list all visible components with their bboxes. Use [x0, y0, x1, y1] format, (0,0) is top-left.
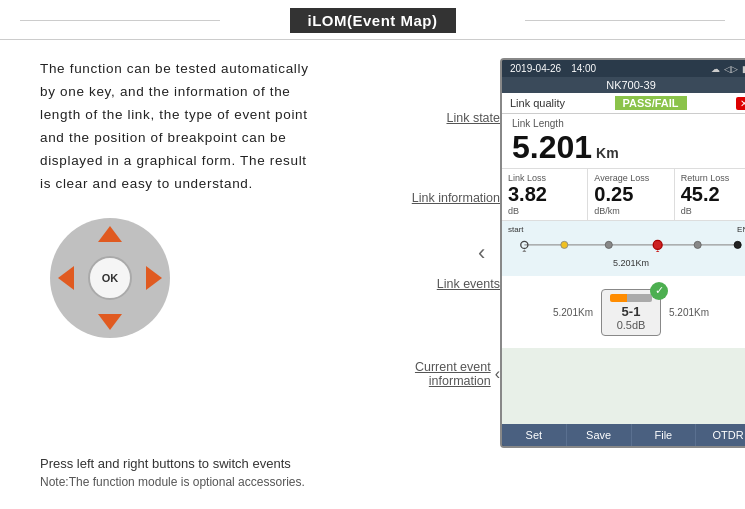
link-labels-column: Link state Link information Link events …: [370, 58, 500, 388]
dpad-left-arrow[interactable]: [58, 266, 74, 290]
link-state-label: Link state: [446, 111, 500, 125]
event-bar: [610, 294, 652, 302]
dpad-down-arrow[interactable]: [98, 314, 122, 330]
wifi-icon: ◁▷: [724, 64, 738, 74]
current-event-label: Current event information: [370, 360, 491, 388]
link-loss-value: 3.82: [508, 183, 581, 206]
signal-icon: ☁: [711, 64, 720, 74]
note-text: Note:The function module is optional acc…: [40, 475, 305, 489]
link-length-unit: Km: [596, 145, 619, 161]
description-text: The function can be tested automatically…: [40, 58, 320, 196]
link-events-label: Link events: [437, 277, 500, 291]
link-length-label: Link Length: [512, 118, 745, 129]
link-loss-label: Link Loss: [508, 173, 581, 183]
file-button[interactable]: File: [632, 424, 697, 446]
left-panel: The function can be tested automatically…: [40, 58, 370, 495]
device-bottom-bar: Set Save File OTDR: [502, 424, 745, 446]
press-instruction-text: Press left and right buttons to switch e…: [40, 456, 305, 471]
otdr-button[interactable]: OTDR: [696, 424, 745, 446]
event-db: 0.5dB: [610, 319, 652, 331]
status-icons: ☁ ◁▷ ▮▯: [711, 64, 745, 74]
right-area: Link state Link information Link events …: [370, 58, 725, 495]
dpad-ring: OK: [50, 218, 170, 338]
link-loss-cell: Link Loss 3.82 dB: [502, 169, 588, 220]
avg-loss-value: 0.25: [594, 183, 667, 206]
close-button[interactable]: ✕: [736, 97, 745, 110]
graph-end-label: END: [737, 225, 745, 234]
svg-point-3: [605, 241, 612, 248]
link-information-label: Link information: [412, 191, 500, 205]
link-length-section: Link Length 5.201 Km: [502, 114, 745, 169]
link-loss-unit: dB: [508, 206, 581, 216]
link-quality-label: Link quality: [510, 97, 565, 109]
save-button[interactable]: Save: [567, 424, 632, 446]
graph-start-label: start: [508, 225, 524, 234]
link-quality-header: Link quality PASS/FAIL ✕: [502, 93, 745, 114]
avg-loss-unit: dB/km: [594, 206, 667, 216]
graph-labels-top: start END: [508, 225, 745, 234]
title-bar: iLOM(Event Map): [0, 0, 745, 40]
event-check-icon: ✓: [650, 282, 668, 300]
device-model: NK700-39: [502, 77, 745, 93]
device-status-bar: 2019-04-26 14:00 ☁ ◁▷ ▮▯: [502, 60, 745, 77]
svg-marker-8: [654, 250, 661, 252]
event-right-km: 5.201Km: [669, 307, 709, 318]
event-id: 5-1: [610, 304, 652, 319]
bottom-text-area: Press left and right buttons to switch e…: [40, 456, 305, 489]
dpad-controller: OK: [50, 218, 170, 338]
return-loss-unit: dB: [681, 206, 745, 216]
event-left-km: 5.201Km: [553, 307, 593, 318]
graph-area: start END: [502, 221, 745, 276]
svg-point-5: [694, 241, 701, 248]
pass-fail-badge: PASS/FAIL: [615, 96, 687, 110]
return-loss-label: Return Loss: [681, 173, 745, 183]
dpad-right-arrow[interactable]: [146, 266, 162, 290]
graph-svg: [508, 236, 745, 252]
event-detail: 5.201Km ✓ 5-1 0.5dB 5.201Km: [502, 276, 745, 348]
svg-point-2: [561, 241, 568, 248]
loss-row: Link Loss 3.82 dB Average Loss 0.25 dB/k…: [502, 169, 745, 221]
dpad-ok-button[interactable]: OK: [88, 256, 132, 300]
svg-marker-7: [522, 249, 527, 252]
svg-point-6: [734, 241, 741, 248]
event-card-active: ✓ 5-1 0.5dB: [601, 289, 661, 336]
status-bar-left: 2019-04-26 14:00: [510, 63, 596, 74]
dpad-up-arrow[interactable]: [98, 226, 122, 242]
return-loss-cell: Return Loss 45.2 dB: [675, 169, 745, 220]
svg-point-4: [653, 240, 662, 249]
page-title: iLOM(Event Map): [290, 8, 456, 33]
graph-km-label: 5.201Km: [508, 258, 745, 268]
device-screen: 2019-04-26 14:00 ☁ ◁▷ ▮▯ NK700-39 Link: [500, 58, 745, 448]
device-time: 14:00: [571, 63, 596, 74]
device-main: Link quality PASS/FAIL ✕ Link Length 5.2…: [502, 93, 745, 431]
link-length-value-row: 5.201 Km: [512, 129, 745, 166]
device-date: 2019-04-26: [510, 63, 561, 74]
avg-loss-cell: Average Loss 0.25 dB/km: [588, 169, 674, 220]
return-loss-value: 45.2: [681, 183, 745, 206]
avg-loss-label: Average Loss: [594, 173, 667, 183]
link-length-number: 5.201: [512, 129, 592, 166]
set-button[interactable]: Set: [502, 424, 567, 446]
main-content: The function can be tested automatically…: [0, 40, 745, 505]
device-wrapper: ‹ › 2019-04-26 14:00 ☁ ◁▷ ▮▯ NK700-3: [500, 58, 745, 448]
nav-left-button[interactable]: ‹: [478, 240, 485, 266]
